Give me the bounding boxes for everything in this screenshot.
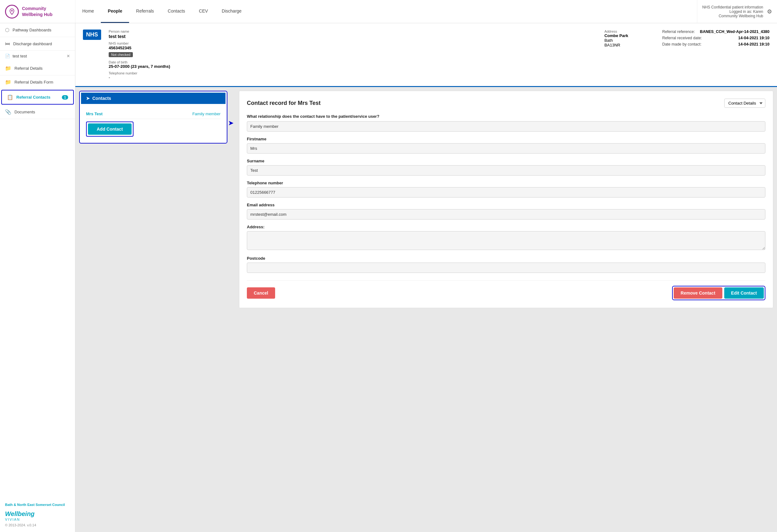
not-checked-badge: Not checked: [109, 52, 133, 57]
telephone-label: Telephone number: [247, 181, 765, 185]
sidebar-item-label: Referral Contacts: [16, 95, 50, 100]
connector-arrow: ➤: [227, 119, 234, 127]
contacts-badge: 1: [62, 95, 68, 100]
sidebar-item-label: Referral Details Form: [14, 80, 53, 85]
relationship-group: What relationship does the contact have …: [247, 114, 765, 132]
person-name-value: test test: [109, 34, 597, 39]
folder-icon: 📁: [5, 65, 11, 71]
logo-area: Community Wellbeing Hub: [0, 0, 75, 23]
council-logo: Bath & North East Somerset Council: [5, 503, 70, 507]
patient-dob: Date of birth 25-07-2000 (23 years, 7 mo…: [109, 60, 597, 69]
discharge-icon: 🛏: [5, 41, 10, 46]
nav-people[interactable]: People: [101, 0, 129, 23]
patient-header: NHS Person name test test NHS number 456…: [75, 23, 777, 87]
nav-info-line2: Logged in as: Karen: [702, 9, 763, 14]
sidebar-bottom: Bath & North East Somerset Council Wellb…: [0, 498, 75, 532]
nav-links: Home People Referrals Contacts CEV Disch…: [75, 0, 697, 23]
sidebar-item-documents[interactable]: 📎 Documents: [0, 105, 75, 119]
patient-refs: Referral reference: BANES_CCH_Wed-Apr-14…: [662, 29, 769, 48]
postcode-label: Postcode: [247, 256, 765, 261]
add-contact-button[interactable]: Add Contact: [88, 123, 132, 135]
nhs-number: NHS number 4563452345: [109, 41, 597, 50]
sidebar-item-label: Referral Details: [14, 66, 43, 71]
main-layout: ⬡ Pathway Dashboards 🛏 Discharge dashboa…: [0, 23, 777, 532]
add-contact-btn-wrapper: Add Contact: [86, 121, 133, 137]
surname-label: Surname: [247, 158, 765, 163]
address-label: Address:: [247, 225, 765, 229]
logo-icon: [5, 5, 19, 18]
sidebar-item-label: Discharge dashboard: [13, 41, 52, 46]
telephone-group: Telephone number: [247, 181, 765, 198]
surname-input[interactable]: [247, 165, 765, 176]
nhs-logo: NHS: [83, 29, 101, 40]
file-icon: 📄: [5, 54, 10, 59]
nav-contacts[interactable]: Contacts: [161, 0, 192, 23]
nav-referrals[interactable]: Referrals: [129, 0, 161, 23]
remove-contact-button[interactable]: Remove Contact: [674, 287, 722, 299]
contact-row[interactable]: Mrs Test Family member: [86, 109, 220, 119]
nav-home[interactable]: Home: [75, 0, 101, 23]
detail-title: Contact record for Mrs Test: [247, 100, 321, 106]
wellbeing-logo: Wellbeing VIVIAN: [5, 510, 70, 521]
contacts-header: ➤ Contacts: [81, 93, 225, 104]
patient-info: Person name test test NHS number 4563452…: [109, 29, 597, 80]
sidebar-item-label: Documents: [14, 110, 35, 114]
relationship-label: What relationship does the contact have …: [247, 114, 765, 119]
sidebar: ⬡ Pathway Dashboards 🛏 Discharge dashboa…: [0, 23, 75, 532]
postcode-group: Postcode: [247, 256, 765, 273]
sidebar-item-discharge-dashboard[interactable]: 🛏 Discharge dashboard: [0, 37, 75, 50]
sidebar-item-label: Pathway Dashboards: [13, 28, 51, 32]
edit-contact-button[interactable]: Edit Contact: [724, 287, 764, 299]
action-buttons-border: Remove Contact Edit Contact: [672, 286, 765, 300]
detail-panel-header: Contact record for Mrs Test Contact Deta…: [247, 99, 765, 108]
person-name-label: Person name: [109, 29, 597, 33]
sidebar-item-referral-contacts[interactable]: 📋 Referral Contacts 1: [1, 90, 74, 105]
contacts-title: Contacts: [92, 96, 111, 101]
pathway-icon: ⬡: [5, 27, 9, 33]
arrow-icon: ➤: [86, 96, 90, 101]
panels-row: ➤ Contacts Mrs Test Family member Add Co…: [75, 87, 777, 312]
nav-cev[interactable]: CEV: [192, 0, 215, 23]
firstname-input[interactable]: [247, 143, 765, 153]
sidebar-item-test-test[interactable]: 📄 test test ✕: [0, 50, 75, 62]
detail-dropdown[interactable]: Contact Details: [724, 99, 765, 108]
telephone-input[interactable]: [247, 187, 765, 198]
nav-info-line3: Community Wellbeing Hub: [702, 14, 763, 18]
detail-footer: Cancel Remove Contact Edit Contact: [247, 281, 765, 300]
relationship-select[interactable]: Family member: [247, 121, 765, 132]
contacts-body: Mrs Test Family member Add Contact: [81, 104, 225, 142]
settings-icon[interactable]: ⚙: [767, 8, 772, 15]
sidebar-item-pathway-dashboards[interactable]: ⬡ Pathway Dashboards: [0, 23, 75, 37]
nav-discharge[interactable]: Discharge: [215, 0, 248, 23]
address-textarea[interactable]: [247, 231, 765, 250]
contact-name[interactable]: Mrs Test: [86, 111, 192, 116]
bottom-right-buttons: Remove Contact Edit Contact: [672, 286, 765, 300]
patient-address: Address Combe Park Bath BA13NR: [604, 29, 655, 47]
nav-right-info: NHS Confidential patient information Log…: [697, 0, 777, 23]
address-group: Address:: [247, 225, 765, 251]
firstname-label: Firstname: [247, 137, 765, 141]
detail-panel: Contact record for Mrs Test Contact Deta…: [239, 91, 773, 308]
email-label: Email address: [247, 203, 765, 207]
copyright-text: © 2013-2024. v.0.14: [5, 523, 70, 527]
close-tab-icon[interactable]: ✕: [67, 54, 70, 59]
contacts-panel-wrapper: ➤ Contacts Mrs Test Family member Add Co…: [79, 91, 227, 143]
sidebar-item-referral-details-form[interactable]: 📁 Referral Details Form: [0, 75, 75, 89]
patient-telephone: Telephone number -: [109, 71, 597, 80]
surname-group: Surname: [247, 158, 765, 176]
content-area: NHS Person name test test NHS number 456…: [75, 23, 777, 532]
postcode-input[interactable]: [247, 262, 765, 273]
sidebar-item-label: test test: [13, 54, 27, 59]
contacts-icon: 📋: [7, 94, 13, 100]
documents-icon: 📎: [5, 109, 11, 115]
sidebar-item-referral-details[interactable]: 📁 Referral Details: [0, 62, 75, 75]
email-input[interactable]: [247, 209, 765, 219]
contact-type: Family member: [192, 111, 220, 116]
cancel-button[interactable]: Cancel: [247, 287, 275, 299]
nav-info-line1: NHS Confidential patient information: [702, 5, 763, 9]
logo-text: Community Wellbeing Hub: [22, 6, 52, 17]
folder-icon-2: 📁: [5, 79, 11, 85]
top-navigation: Community Wellbeing Hub Home People Refe…: [0, 0, 777, 23]
firstname-group: Firstname: [247, 137, 765, 153]
email-group: Email address: [247, 203, 765, 219]
